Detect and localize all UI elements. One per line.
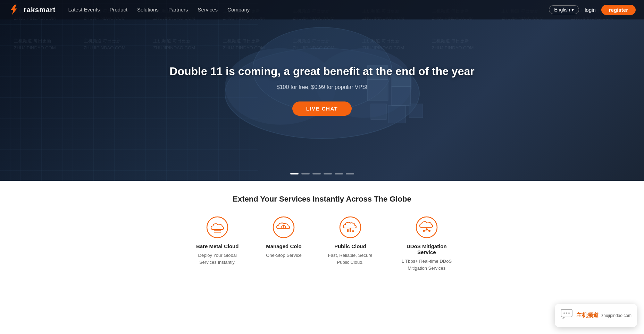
nav-item-company[interactable]: Company [227,7,250,13]
svg-line-26 [425,230,426,230]
service-public-cloud[interactable]: Public Cloud Fast, Reliable, Secure Publ… [323,216,378,271]
service-managed-colo-name: Managed Colo [266,243,302,249]
svg-rect-21 [352,230,354,232]
nav-item-solutions[interactable]: Solutions [137,7,159,13]
services-section: Extend Your Services Instantly Across Th… [0,181,644,282]
service-managed-colo-desc: One-Stop Service [266,252,302,259]
svg-marker-0 [11,5,17,15]
svg-rect-19 [347,229,349,232]
nav-item-services[interactable]: Services [198,7,218,13]
svg-point-12 [207,217,228,238]
cloud-eye-icon [273,216,295,238]
carousel-dot-4[interactable] [324,173,332,174]
service-bare-metal-desc: Deploy Your Global Services Instantly. [190,252,245,266]
login-button[interactable]: login [585,7,596,13]
carousel-dot-3[interactable] [312,173,321,174]
main-nav: raksmart Latest Events Product Solutions… [0,0,644,19]
service-ddos-name: DDoS Mitigation Service [399,243,454,255]
carousel-dot-5[interactable] [335,173,343,174]
service-bare-metal-cloud[interactable]: Bare Metal Cloud Deploy Your Global Serv… [190,216,245,271]
nav-right: English ▾ login register [549,5,636,15]
svg-point-25 [428,230,430,232]
register-button[interactable]: register [601,5,636,15]
hero-title: Double 11 is coming, a great benefit at … [169,65,474,78]
cloud-chart-icon [339,216,361,238]
hero-content: Double 11 is coming, a great benefit at … [169,65,474,116]
logo[interactable]: raksmart [8,3,56,16]
nav-item-events[interactable]: Latest Events [68,7,100,13]
chevron-down-icon: ▾ [571,7,574,13]
services-grid: Bare Metal Cloud Deploy Your Global Serv… [8,216,636,271]
cloud-stack-icon [206,216,228,238]
language-selector[interactable]: English ▾ [549,5,579,14]
svg-line-27 [428,230,428,230]
hero-cta-button[interactable]: LIVE CHAT [292,101,352,116]
carousel-dots [290,173,354,174]
svg-point-17 [283,226,284,228]
hero-section: 主机频道 每日更新ZHUJIPINDAO.COM 主机频道 每日更新ZHUJIP… [0,0,644,181]
service-managed-colo[interactable]: Managed Colo One-Stop Service [266,216,302,271]
service-ddos-desc: 1 Tbps+ Real-time DDoS Mitigation Servic… [399,258,454,271]
svg-point-18 [340,217,361,238]
service-public-cloud-desc: Fast, Reliable, Secure Public Cloud. [323,252,378,266]
nav-item-product[interactable]: Product [109,7,127,13]
svg-point-24 [426,228,428,230]
hero-subtitle: $100 for free, $0.99 for popular VPS! [169,84,474,90]
svg-point-23 [423,230,425,232]
carousel-dot-6[interactable] [346,173,354,174]
service-ddos-mitigation[interactable]: DDoS Mitigation Service 1 Tbps+ Real-tim… [399,216,454,271]
nav-links: Latest Events Product Solutions Partners… [68,7,549,13]
carousel-dot-1[interactable] [290,173,299,174]
service-bare-metal-name: Bare Metal Cloud [196,243,239,249]
cloud-share-icon [416,216,438,238]
nav-item-partners[interactable]: Partners [168,7,188,13]
logo-text: raksmart [24,6,56,14]
svg-rect-20 [350,228,351,232]
carousel-dot-2[interactable] [301,173,310,174]
service-public-cloud-name: Public Cloud [334,243,366,249]
services-section-title: Extend Your Services Instantly Across Th… [8,195,636,204]
